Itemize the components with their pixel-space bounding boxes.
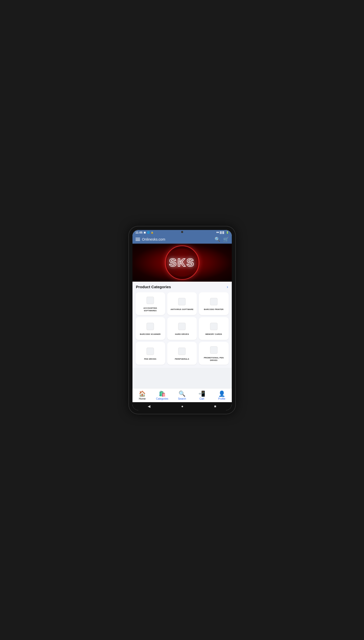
browser-bar: Onlinesks.com 🔍 🛒 — [132, 235, 232, 244]
browser-url: Onlinesks.com — [142, 237, 213, 241]
category-name: ANTIVIRUS SOFTWARE — [170, 308, 193, 311]
home-nav-icon: 🏠 — [139, 391, 146, 397]
cart-nav-icon: 📲 — [198, 391, 205, 397]
cart-icon[interactable]: 🛒 — [223, 237, 229, 242]
cart-nav-label: Cart — [199, 397, 204, 400]
category-card[interactable]: PERIPHERALS — [167, 342, 197, 365]
category-card[interactable]: ACCOUNTING SOFTWARES — [136, 292, 165, 315]
category-name: HARD DRIVES — [175, 333, 189, 336]
main-content: SKS Product Categories › ACCOUNTING SOFT… — [132, 244, 232, 388]
search-icon[interactable]: 🔍 — [215, 237, 220, 242]
search-nav-label: Search — [178, 397, 186, 400]
category-grid: ACCOUNTING SOFTWARES ANTIVIRUS SOFTWARE … — [136, 292, 229, 365]
category-icon — [177, 346, 187, 356]
category-name: PERIPHERALS — [175, 358, 189, 360]
status-icon-2: 🌐 — [147, 231, 150, 234]
category-name: PEN DRIVES — [144, 358, 156, 360]
recent-button[interactable]: ■ — [214, 404, 216, 408]
category-name: MEMORY CARDS — [205, 333, 222, 336]
svg-rect-4 — [178, 323, 185, 330]
bottom-nav: 🏠 Home 🛍️ Categories 🔍 Search 📲 Cart 👤 P… — [132, 388, 232, 402]
svg-rect-5 — [210, 323, 217, 330]
hero-banner: SKS — [132, 244, 232, 282]
wifi-icon: ▾▾ — [216, 231, 219, 234]
category-icon — [177, 321, 187, 332]
category-icon — [145, 321, 155, 332]
android-nav: ◀ ● ■ — [132, 402, 232, 410]
nav-item-search[interactable]: 🔍 Search — [172, 390, 192, 401]
nav-item-cart[interactable]: 📲 Cart — [192, 390, 212, 401]
section-title: Product Categories — [136, 285, 171, 289]
back-button[interactable]: ◀ — [148, 404, 150, 408]
device-screen: 11:05 ▣ 🌐 🔒 ▾▾ ▌▌▌ 🔋 Onlinesks.com 🔍 🛒 — [132, 230, 232, 410]
device-frame: 11:05 ▣ 🌐 🔒 ▾▾ ▌▌▌ 🔋 Onlinesks.com 🔍 🛒 — [129, 226, 235, 414]
svg-rect-8 — [210, 346, 217, 354]
svg-rect-0 — [147, 297, 154, 304]
category-card[interactable]: HARD DRIVES — [167, 317, 197, 340]
nav-item-categories[interactable]: 🛍️ Categories — [152, 390, 172, 401]
category-icon — [209, 345, 219, 355]
category-icon — [177, 297, 187, 307]
svg-rect-7 — [178, 348, 185, 355]
status-bar-left: 11:05 ▣ 🌐 🔒 — [136, 231, 154, 234]
category-name: ACCOUNTING SOFTWARES — [137, 307, 164, 312]
category-icon — [209, 297, 219, 307]
category-card[interactable]: MEMORY CARDS — [199, 317, 228, 340]
categories-section: Product Categories › ACCOUNTING SOFTWARE… — [132, 282, 232, 368]
category-icon — [209, 321, 219, 332]
category-card[interactable]: BARCODE PRINTER — [199, 292, 228, 315]
home-nav-label: Home — [139, 397, 146, 400]
svg-rect-6 — [147, 348, 154, 355]
category-card[interactable]: PROMOTIONAL PEN DRIVES — [199, 342, 228, 365]
home-button[interactable]: ● — [181, 404, 183, 408]
search-nav-icon: 🔍 — [179, 391, 185, 397]
svg-rect-2 — [210, 298, 217, 305]
status-time: 11:05 — [136, 231, 143, 234]
category-card[interactable]: PEN DRIVES — [136, 342, 165, 365]
categories-nav-icon: 🛍️ — [159, 391, 166, 397]
status-icon-1: ▣ — [144, 231, 146, 234]
category-name: BARCODE SCANNER — [140, 333, 161, 336]
signal-icon: ▌▌▌ — [220, 231, 225, 234]
category-name: BARCODE PRINTER — [204, 308, 223, 311]
status-icon-3: 🔒 — [151, 231, 154, 234]
camera — [181, 231, 183, 233]
nav-item-profile[interactable]: 👤 Profile — [212, 390, 232, 401]
browser-actions: 🔍 🛒 — [215, 237, 229, 242]
svg-rect-3 — [147, 323, 154, 330]
category-icon — [145, 295, 155, 305]
section-header: Product Categories › — [136, 285, 229, 289]
category-icon — [145, 346, 155, 356]
svg-rect-1 — [178, 298, 185, 305]
status-bar-right: ▾▾ ▌▌▌ 🔋 — [216, 231, 228, 234]
section-arrow[interactable]: › — [227, 285, 228, 289]
hamburger-menu[interactable] — [136, 238, 140, 241]
nav-item-home[interactable]: 🏠 Home — [132, 390, 152, 401]
category-name: PROMOTIONAL PEN DRIVES — [200, 357, 227, 362]
battery-icon: 🔋 — [226, 231, 229, 234]
category-card[interactable]: ANTIVIRUS SOFTWARE — [167, 292, 197, 315]
category-card[interactable]: BARCODE SCANNER — [136, 317, 165, 340]
hero-text: SKS — [169, 256, 195, 269]
profile-nav-icon: 👤 — [218, 391, 225, 397]
categories-nav-label: Categories — [156, 397, 168, 400]
profile-nav-label: Profile — [218, 397, 225, 400]
